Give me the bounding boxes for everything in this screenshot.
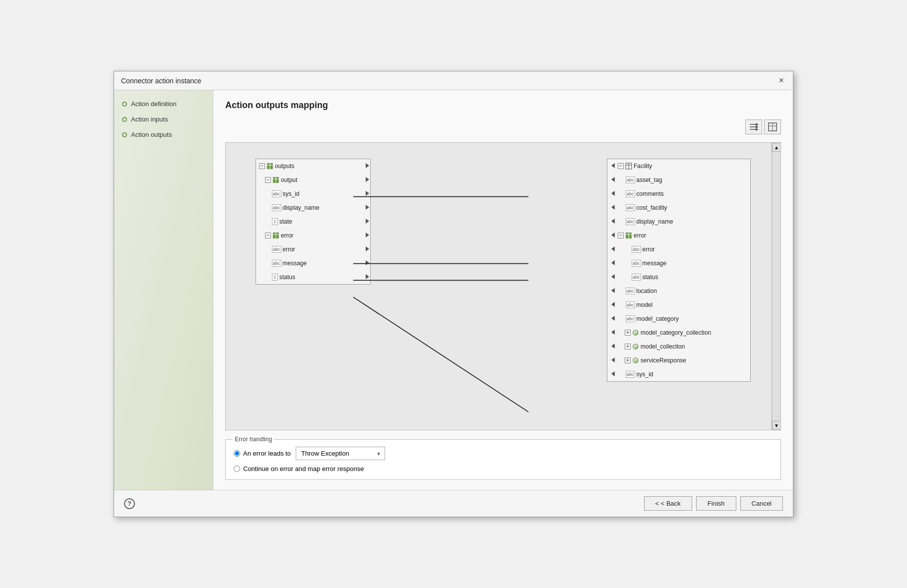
toolbar-btn-2[interactable] <box>764 119 781 134</box>
left-port <box>610 371 616 378</box>
help-button[interactable]: ? <box>124 498 135 509</box>
finish-button[interactable]: Finish <box>696 496 736 511</box>
left-port <box>610 190 616 197</box>
node-label: display_name <box>637 218 673 225</box>
back-button[interactable]: < < Back <box>644 496 692 511</box>
tree-row: + ⊕ model_colleciton <box>607 340 750 353</box>
right-port <box>365 218 370 225</box>
tree-row: abc sys_id <box>607 367 750 381</box>
mapping-area: − outputs − output abc <box>225 142 781 430</box>
node-label: model_category <box>637 315 679 322</box>
expand-icon[interactable]: − <box>265 177 271 183</box>
option1-label[interactable]: An error leads to <box>234 450 291 457</box>
tree-row: abc display_name <box>256 201 370 215</box>
type-icon: abc <box>626 204 635 211</box>
left-port <box>610 343 616 350</box>
node-label: error <box>281 232 293 239</box>
error-row-1: An error leads to Throw Exception Contin… <box>234 447 773 460</box>
main-content: Action outputs mapping <box>213 90 793 490</box>
left-port <box>610 288 616 294</box>
expand-icon[interactable]: + <box>625 357 631 363</box>
sidebar-label-2: Action inputs <box>131 116 168 123</box>
option1-text: An error leads to <box>243 450 291 457</box>
expand-icon[interactable]: − <box>259 163 265 169</box>
node-label: outputs <box>275 163 294 170</box>
expand-icon[interactable]: − <box>265 233 271 238</box>
tree-row: abc model <box>607 298 750 312</box>
expand-icon[interactable]: − <box>618 233 624 238</box>
sidebar-item-action-outputs[interactable]: Action outputs <box>122 131 205 138</box>
tree-row: abc status <box>607 270 750 284</box>
cancel-button[interactable]: Cancel <box>740 496 783 511</box>
node-label: comments <box>637 190 664 197</box>
left-port <box>610 218 616 225</box>
type-icon: abc <box>626 301 635 308</box>
node-label: display_name <box>283 204 320 211</box>
node-label: sys_id <box>283 190 300 197</box>
node-label: output <box>281 176 297 183</box>
expand-icon[interactable]: − <box>618 163 624 169</box>
svg-marker-5 <box>756 128 759 131</box>
type-icon: abc <box>272 204 281 211</box>
dialog: Connector action instance × Action defin… <box>114 71 793 517</box>
left-port <box>610 315 616 322</box>
expand-icon[interactable]: + <box>625 344 631 350</box>
option2-label[interactable]: Continue on error and map error response <box>234 465 364 472</box>
sidebar-label-1: Action definition <box>131 100 177 108</box>
left-port <box>610 260 616 267</box>
left-port <box>610 204 616 211</box>
type-icon: abc <box>626 190 635 197</box>
node-label: error <box>643 246 655 253</box>
node-label: Facility <box>634 163 652 170</box>
tree-row: abc error <box>607 242 750 256</box>
option1-radio[interactable] <box>234 450 240 457</box>
sidebar-item-action-definition[interactable]: Action definition <box>122 100 205 108</box>
footer-left: ? <box>124 498 135 509</box>
right-port <box>365 260 370 267</box>
sidebar: Action definition Action inputs Action o… <box>114 90 213 490</box>
tree-row: − Facility <box>607 159 750 173</box>
left-port <box>610 163 616 170</box>
error-row-2: Continue on error and map error response <box>234 465 773 472</box>
mapping-scrollbar: ▲ ▼ <box>772 143 780 430</box>
footer: ? < < Back Finish Cancel <box>114 490 793 517</box>
tree-row: 1 state <box>256 215 370 229</box>
svg-text:⊕: ⊕ <box>634 345 638 350</box>
throw-exception-dropdown[interactable]: Throw Exception Continue on error <box>296 447 385 460</box>
tree-row: + ⊕ serviceResponse <box>607 353 750 367</box>
sidebar-dot-1 <box>122 102 127 107</box>
svg-text:⊕: ⊕ <box>634 358 638 363</box>
node-label: model_colleciton <box>641 343 685 350</box>
scroll-up-btn[interactable]: ▲ <box>772 143 781 152</box>
node-label: status <box>643 274 658 281</box>
type-icon: abc <box>626 218 635 225</box>
option2-text: Continue on error and map error response <box>243 465 364 472</box>
right-port <box>365 232 370 239</box>
toolbar-btn-1[interactable] <box>745 119 762 134</box>
sidebar-item-action-inputs[interactable]: Action inputs <box>122 116 205 123</box>
scroll-track <box>772 152 780 421</box>
right-port <box>365 204 370 211</box>
error-handling-title: Error handling <box>233 436 274 443</box>
expand-icon[interactable]: + <box>625 330 631 336</box>
option2-radio[interactable] <box>234 466 240 472</box>
type-icon: abc <box>626 176 635 183</box>
node-label: model <box>637 301 653 308</box>
svg-text:⊕: ⊕ <box>634 331 638 336</box>
page-title: Action outputs mapping <box>225 100 781 111</box>
right-panel: − Facility abc asset_tag abc commen <box>607 159 751 382</box>
type-icon: 1 <box>272 274 278 281</box>
right-port <box>365 246 370 253</box>
tree-row: abc error <box>256 242 370 256</box>
type-icon: abc <box>626 315 635 322</box>
left-port <box>610 329 616 336</box>
tree-row: abc message <box>607 256 750 270</box>
type-icon: abc <box>272 246 281 253</box>
type-icon: abc <box>272 190 281 197</box>
scroll-down-btn[interactable]: ▼ <box>772 421 781 430</box>
svg-marker-3 <box>756 125 759 128</box>
close-button[interactable]: × <box>777 75 786 86</box>
error-handling-panel: Error handling An error leads to Throw E… <box>225 439 781 480</box>
node-label: serviceResponse <box>641 357 686 364</box>
tree-row: − error <box>607 229 750 242</box>
